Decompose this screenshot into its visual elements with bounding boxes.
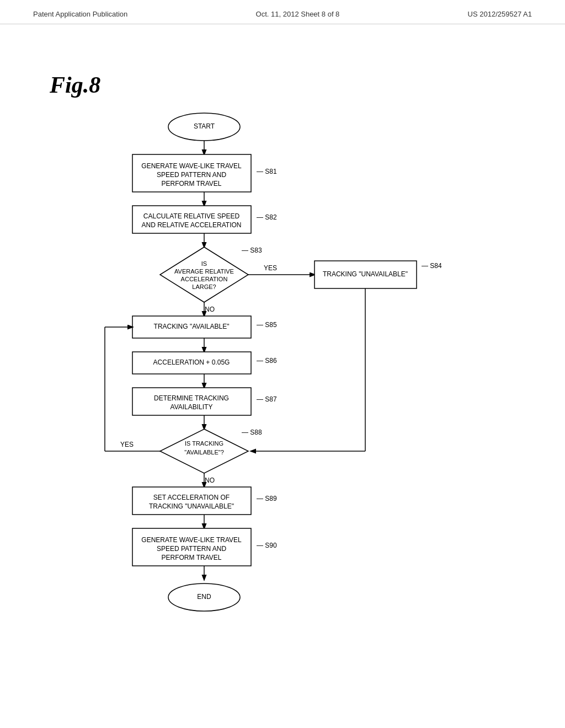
svg-text:— S82: — S82	[257, 213, 277, 221]
svg-text:TRACKING "UNAVAILABLE": TRACKING "UNAVAILABLE"	[323, 270, 408, 278]
svg-text:PERFORM TRAVEL: PERFORM TRAVEL	[162, 554, 222, 561]
svg-text:GENERATE WAVE-LIKE TRAVEL: GENERATE WAVE-LIKE TRAVEL	[141, 536, 242, 544]
svg-text:— S81: — S81	[257, 168, 277, 175]
svg-text:SET ACCELERATION OF: SET ACCELERATION OF	[153, 494, 230, 501]
svg-text:AND RELATIVE ACCELERATION: AND RELATIVE ACCELERATION	[142, 221, 242, 229]
svg-text:IS: IS	[201, 260, 207, 267]
svg-text:"AVAILABLE"?: "AVAILABLE"?	[184, 449, 224, 456]
svg-text:— S87: — S87	[257, 395, 277, 403]
svg-text:DETERMINE TRACKING: DETERMINE TRACKING	[154, 394, 229, 402]
svg-text:SPEED PATTERN AND: SPEED PATTERN AND	[157, 545, 227, 553]
svg-text:TRACKING "AVAILABLE": TRACKING "AVAILABLE"	[154, 323, 230, 330]
header-right: US 2012/259527 A1	[468, 10, 532, 18]
svg-text:— S89: — S89	[257, 495, 277, 502]
figure-title: Fig.8	[50, 72, 100, 98]
svg-text:GENERATE WAVE-LIKE TRAVEL: GENERATE WAVE-LIKE TRAVEL	[141, 162, 242, 170]
svg-text:PERFORM TRAVEL: PERFORM TRAVEL	[162, 180, 222, 188]
svg-text:— S90: — S90	[257, 542, 277, 549]
svg-text:TRACKING "UNAVAILABLE": TRACKING "UNAVAILABLE"	[149, 502, 234, 510]
svg-text:IS TRACKING: IS TRACKING	[185, 440, 223, 447]
header-center: Oct. 11, 2012 Sheet 8 of 8	[256, 10, 340, 18]
svg-text:ACCELERATION: ACCELERATION	[181, 276, 228, 282]
svg-text:CALCULATE RELATIVE SPEED: CALCULATE RELATIVE SPEED	[143, 212, 240, 220]
svg-text:AVERAGE RELATIVE: AVERAGE RELATIVE	[174, 268, 234, 275]
page-header: Patent Application Publication Oct. 11, …	[0, 0, 565, 24]
svg-text:— S85: — S85	[257, 321, 277, 329]
svg-text:END: END	[197, 593, 211, 601]
svg-text:YES: YES	[264, 264, 277, 272]
svg-text:— S83: — S83	[242, 247, 262, 254]
svg-text:LARGE?: LARGE?	[192, 283, 216, 290]
svg-text:NO: NO	[205, 477, 215, 484]
svg-marker-15	[160, 247, 248, 302]
svg-text:— S86: — S86	[257, 357, 277, 365]
svg-text:— S88: — S88	[242, 429, 262, 436]
svg-text:YES: YES	[120, 441, 134, 448]
svg-text:— S84: — S84	[422, 262, 442, 270]
svg-text:NO: NO	[205, 306, 215, 313]
svg-text:SPEED PATTERN AND: SPEED PATTERN AND	[157, 171, 227, 179]
flowchart: START GENERATE WAVE-LIKE TRAVEL SPEED PA…	[50, 105, 502, 703]
header-left: Patent Application Publication	[33, 10, 127, 18]
svg-text:ACCELERATION + 0.05G: ACCELERATION + 0.05G	[153, 358, 230, 366]
svg-text:START: START	[194, 122, 215, 130]
svg-text:AVAILABILITY: AVAILABILITY	[170, 403, 213, 411]
